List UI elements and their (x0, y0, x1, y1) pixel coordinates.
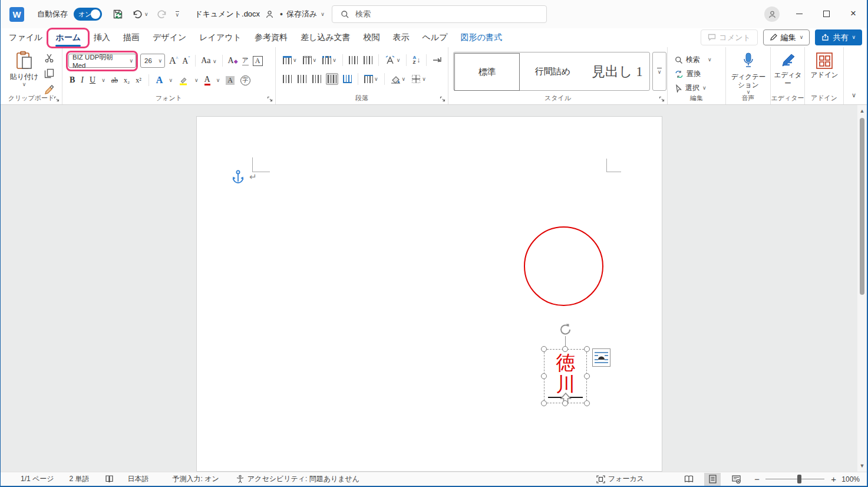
styles-more-button[interactable]: ∨ (652, 52, 666, 91)
word-count[interactable]: 2 単語 (70, 474, 90, 484)
dictation-button[interactable]: ディクテーション ∨ (728, 52, 768, 95)
close-button[interactable]: × (840, 0, 867, 27)
print-layout-button[interactable] (704, 473, 721, 486)
align-bottom-button[interactable] (311, 74, 322, 84)
numbering-button[interactable]: ∨ (302, 55, 318, 65)
bullets-button[interactable]: ∨ (282, 55, 298, 65)
font-size-combo[interactable]: 26 ∨ (140, 54, 165, 68)
paste-button[interactable]: 貼り付け ∨ (9, 51, 39, 87)
tab-references[interactable]: 参考資料 (249, 28, 293, 47)
clear-formatting-button[interactable]: A◆ (228, 56, 238, 65)
dialog-launcher-icon[interactable] (54, 96, 60, 102)
qat-overflow-icon[interactable]: ∨ (176, 11, 180, 18)
zoom-slider-thumb[interactable] (797, 475, 801, 483)
shading-button[interactable]: ∨ (390, 74, 407, 85)
align-top-button[interactable] (282, 74, 293, 84)
line-spacing-button[interactable]: ∨ (363, 74, 379, 84)
underline-button[interactable]: U (90, 75, 95, 85)
distribute-button[interactable] (342, 74, 353, 84)
resize-handle[interactable] (541, 373, 547, 379)
vertical-scrollbar[interactable]: ▲ ▼ (857, 105, 867, 472)
share-button[interactable]: 共有 ∨ (815, 29, 862, 45)
highlight-button[interactable] (179, 75, 189, 85)
enclose-characters-button[interactable]: 字 (240, 75, 250, 85)
text-prediction-indicator[interactable]: 予測入力: オン (173, 474, 219, 484)
cut-icon[interactable] (44, 53, 54, 63)
tab-layout[interactable]: レイアウト (193, 28, 247, 47)
borders-button[interactable]: ∨ (410, 73, 427, 85)
format-painter-icon[interactable] (44, 84, 55, 94)
zoom-level[interactable]: 100% (841, 475, 860, 483)
editor-button[interactable]: エディター (772, 52, 804, 88)
zoom-slider[interactable] (765, 479, 824, 479)
text-effects-button[interactable]: A (156, 75, 163, 85)
accessibility-indicator[interactable]: アクセシビリティ: 問題ありません (236, 474, 359, 484)
superscript-button[interactable]: x² (136, 76, 141, 85)
zoom-in-button[interactable]: + (831, 474, 836, 484)
character-shading-button[interactable]: A (226, 76, 235, 85)
language-indicator[interactable]: 日本語 (128, 474, 149, 484)
justify-button[interactable] (326, 73, 338, 85)
focus-button[interactable]: フォーカス (596, 474, 644, 484)
align-center-button[interactable] (296, 74, 308, 84)
tab-insert[interactable]: 挿入 (88, 28, 116, 47)
strikethrough-button[interactable]: ab (111, 76, 118, 85)
save-status[interactable]: • 保存済み ∨ (280, 9, 325, 19)
zoom-out-button[interactable]: − (754, 474, 760, 484)
tab-draw[interactable]: 描画 (117, 28, 146, 47)
resize-handle[interactable] (584, 400, 590, 406)
font-color-button[interactable]: A (204, 75, 210, 85)
save-icon[interactable] (113, 9, 124, 20)
autosave-toggle[interactable]: オン (74, 8, 102, 21)
tab-shape-format[interactable]: 図形の書式 (455, 28, 508, 47)
maximize-button[interactable] (813, 0, 840, 27)
dialog-launcher-icon[interactable] (659, 96, 665, 102)
resize-handle[interactable] (541, 400, 547, 406)
ruby-button[interactable]: ア (242, 56, 249, 65)
decrease-indent-button[interactable] (348, 55, 359, 65)
replace-button[interactable]: 置換 (675, 67, 701, 81)
collapse-ribbon-icon[interactable]: ∨ (852, 92, 856, 98)
style-heading1[interactable]: 見出し 1 (585, 52, 649, 90)
tab-file[interactable]: ファイル (3, 28, 48, 47)
dialog-launcher-icon[interactable] (440, 96, 445, 102)
tab-design[interactable]: デザイン (147, 28, 192, 47)
shrink-font-button[interactable]: Aˇ (182, 56, 190, 66)
undo-button[interactable]: ∨ (132, 9, 148, 19)
addins-button[interactable]: アドイン (808, 52, 841, 79)
document-canvas[interactable]: ↵ 徳 川 (1, 105, 859, 472)
tab-review[interactable]: 校閲 (358, 28, 386, 47)
document-title[interactable]: ドキュメント.docx (194, 9, 260, 19)
select-button[interactable]: 選択 ∨ (675, 81, 707, 95)
find-button[interactable]: 検索 ∨ (675, 53, 712, 67)
web-layout-button[interactable] (728, 473, 744, 486)
account-avatar[interactable] (764, 6, 780, 22)
enclose-border-button[interactable]: A (253, 56, 263, 66)
show-formatting-marks-button[interactable] (431, 55, 444, 66)
font-name-combo[interactable]: BIZ UDP明朝 Med ∨ (68, 54, 136, 68)
subscript-button[interactable]: x₂ (124, 76, 130, 85)
resize-handle[interactable] (562, 400, 568, 406)
resize-handle[interactable] (584, 346, 590, 352)
edit-mode-button[interactable]: 編集 ∨ (763, 29, 810, 45)
search-input[interactable]: 検索 (332, 5, 547, 23)
scrollbar-thumb[interactable] (860, 118, 864, 295)
comments-button[interactable]: コメント (701, 29, 758, 45)
increase-indent-button[interactable] (362, 55, 374, 65)
red-circle-shape[interactable] (524, 226, 603, 306)
layout-options-button[interactable] (592, 348, 610, 367)
dialog-launcher-icon[interactable] (267, 96, 273, 102)
resize-handle[interactable] (562, 346, 568, 352)
bold-button[interactable]: B (70, 75, 75, 85)
style-no-spacing[interactable]: 行間詰め (520, 52, 585, 90)
read-mode-button[interactable] (681, 473, 697, 486)
italic-button[interactable]: I (81, 75, 84, 85)
page-indicator[interactable]: 1/1 ページ (21, 474, 54, 484)
grow-font-button[interactable]: A^ (169, 55, 178, 66)
minimize-button[interactable] (786, 0, 813, 27)
tab-home[interactable]: ホーム (49, 28, 87, 47)
tab-help[interactable]: ヘルプ (417, 28, 454, 47)
rotate-handle-icon[interactable] (558, 322, 573, 337)
text-direction-button[interactable]: ∨ (384, 54, 402, 66)
copy-icon[interactable] (44, 68, 54, 78)
